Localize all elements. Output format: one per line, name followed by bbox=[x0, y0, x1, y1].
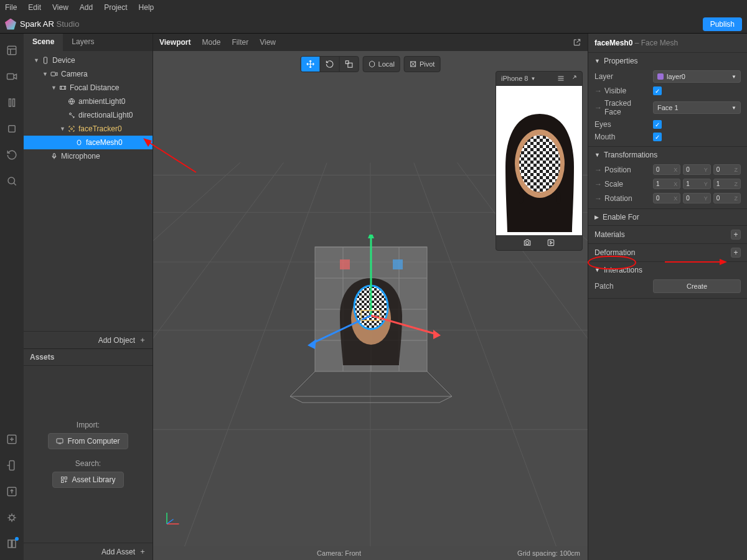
svg-marker-53 bbox=[433, 330, 441, 339]
viewport-tabs: Viewport Mode Filter View bbox=[153, 34, 588, 51]
tree-face-tracker[interactable]: ▼faceTracker0 bbox=[24, 122, 153, 136]
assets-panel: Assets Import: From Computer Search: Ass… bbox=[24, 348, 153, 560]
label-scale: →Scale bbox=[594, 180, 648, 189]
svg-point-16 bbox=[70, 113, 72, 115]
viewport-tab-viewport[interactable]: Viewport bbox=[159, 38, 190, 47]
pivot-toggle[interactable]: Pivot bbox=[405, 57, 439, 72]
svg-point-5 bbox=[8, 177, 15, 184]
app-name: Spark AR bbox=[20, 19, 54, 29]
capture-icon[interactable] bbox=[523, 238, 532, 247]
stop-icon[interactable] bbox=[6, 123, 17, 134]
rotate-tool-button[interactable] bbox=[320, 57, 339, 72]
tree-device[interactable]: ▼Device bbox=[24, 54, 153, 67]
rotation-fields[interactable]: 0X0Y0Z bbox=[653, 193, 741, 203]
viewport-tab-filter[interactable]: Filter bbox=[232, 38, 249, 47]
section-transformations[interactable]: ▼Transformations bbox=[588, 147, 747, 163]
tree-face-mesh[interactable]: faceMesh0 bbox=[24, 136, 153, 149]
popout-preview-icon[interactable] bbox=[570, 75, 577, 82]
refresh-icon[interactable] bbox=[6, 149, 17, 161]
menu-edit[interactable]: Edit bbox=[28, 3, 41, 12]
notification-dot bbox=[15, 537, 19, 541]
viewport-tab-view[interactable]: View bbox=[260, 38, 276, 47]
pause-icon[interactable] bbox=[6, 97, 17, 108]
menu-icon[interactable] bbox=[557, 75, 565, 82]
tree-directional-light[interactable]: directionalLight0 bbox=[24, 108, 153, 122]
scene-tree: ▼Device ▼Camera ▼Focal Distance ambientL… bbox=[24, 51, 153, 331]
svg-rect-56 bbox=[340, 259, 350, 269]
section-interactions[interactable]: ▼Interactions bbox=[588, 262, 747, 278]
svg-rect-21 bbox=[62, 477, 64, 480]
position-fields[interactable]: 0X0Y0Z bbox=[653, 164, 741, 175]
inspector-header: faceMesh0 – Face Mesh bbox=[588, 34, 747, 53]
menu-project[interactable]: Project bbox=[104, 3, 127, 12]
svg-rect-14 bbox=[60, 86, 66, 90]
camera-status: Camera: Front bbox=[317, 549, 361, 557]
left-icon-rail bbox=[0, 34, 24, 560]
bug-icon[interactable] bbox=[6, 512, 17, 523]
from-computer-button[interactable]: From Computer bbox=[48, 433, 128, 449]
section-properties[interactable]: ▼Properties bbox=[588, 53, 747, 69]
popout-icon[interactable] bbox=[573, 38, 581, 47]
scene-object bbox=[284, 235, 458, 421]
add-asset-button[interactable]: Add Asset＋ bbox=[24, 543, 153, 560]
menu-help[interactable]: Help bbox=[139, 3, 154, 12]
scale-fields[interactable]: 1X1Y1Z bbox=[653, 179, 741, 189]
svg-rect-23 bbox=[62, 480, 64, 483]
device-selector[interactable]: iPhone 8▼ bbox=[501, 75, 535, 82]
menu-view[interactable]: View bbox=[52, 3, 68, 12]
svg-rect-20 bbox=[57, 439, 63, 443]
add-object-button[interactable]: Add Object＋ bbox=[24, 331, 153, 348]
menu-add[interactable]: Add bbox=[80, 3, 93, 12]
grid-status: Grid spacing: 100cm bbox=[517, 549, 580, 557]
search-icon[interactable] bbox=[6, 175, 17, 187]
tree-ambient-light[interactable]: ambientLight0 bbox=[24, 95, 153, 108]
section-materials[interactable]: Materials + bbox=[588, 226, 747, 243]
mouth-checkbox[interactable]: ✓ bbox=[653, 133, 662, 141]
svg-marker-55 bbox=[308, 339, 316, 349]
publish-button[interactable]: Publish bbox=[703, 17, 742, 31]
svg-rect-57 bbox=[393, 259, 403, 269]
tab-scene[interactable]: Scene bbox=[24, 34, 63, 51]
move-tool-button[interactable] bbox=[301, 57, 320, 72]
export-icon[interactable] bbox=[6, 486, 17, 497]
viewport-toolbar: Local Pivot bbox=[301, 56, 441, 72]
tab-layers[interactable]: Layers bbox=[63, 34, 103, 51]
add-material-button[interactable]: + bbox=[731, 230, 741, 240]
app-logo: Spark AR Studio bbox=[5, 19, 79, 30]
create-patch-button[interactable]: Create bbox=[653, 279, 741, 293]
send-to-device-icon[interactable] bbox=[6, 460, 17, 471]
svg-point-18 bbox=[77, 140, 81, 145]
asset-library-button[interactable]: Asset Library bbox=[52, 472, 123, 488]
svg-rect-12 bbox=[44, 57, 47, 63]
svg-point-71 bbox=[526, 241, 529, 245]
scale-tool-button[interactable] bbox=[339, 57, 359, 72]
visible-checkbox[interactable]: ✓ bbox=[653, 86, 662, 95]
svg-rect-19 bbox=[54, 154, 55, 157]
status-bar: Camera: Front Grid spacing: 100cm bbox=[153, 546, 588, 560]
add-deformation-button[interactable]: + bbox=[731, 248, 741, 258]
label-layer: Layer bbox=[594, 72, 648, 81]
menu-file[interactable]: File bbox=[5, 3, 17, 12]
camera-icon[interactable] bbox=[6, 71, 17, 82]
layer-select[interactable]: layer0▼ bbox=[653, 70, 741, 83]
svg-line-75 bbox=[167, 520, 174, 525]
section-enable-for[interactable]: ▶Enable For bbox=[588, 209, 747, 225]
viewport-tab-mode[interactable]: Mode bbox=[202, 38, 220, 47]
app-name-suffix: Studio bbox=[57, 19, 80, 29]
coord-toggle[interactable]: Local bbox=[364, 57, 400, 72]
svg-rect-7 bbox=[9, 461, 14, 470]
tracked-face-select[interactable]: Face 1▼ bbox=[653, 101, 741, 114]
reset-icon[interactable] bbox=[547, 238, 555, 247]
tree-microphone[interactable]: Microphone bbox=[24, 149, 153, 163]
label-position: →Position bbox=[594, 166, 648, 174]
tree-camera[interactable]: ▼Camera bbox=[24, 67, 153, 81]
svg-marker-51 bbox=[368, 235, 374, 238]
layout-icon[interactable] bbox=[6, 45, 17, 56]
label-rotation: →Rotation bbox=[594, 194, 648, 203]
add-panel-icon[interactable] bbox=[6, 434, 17, 445]
inspector-panel: faceMesh0 – Face Mesh ▼Properties Layerl… bbox=[588, 34, 747, 560]
viewport-3d[interactable]: Local Pivot iPhone 8▼ bbox=[153, 51, 588, 546]
eyes-checkbox[interactable]: ✓ bbox=[653, 120, 662, 129]
section-deformation[interactable]: Deformation + bbox=[588, 244, 747, 261]
tree-focal-distance[interactable]: ▼Focal Distance bbox=[24, 81, 153, 95]
